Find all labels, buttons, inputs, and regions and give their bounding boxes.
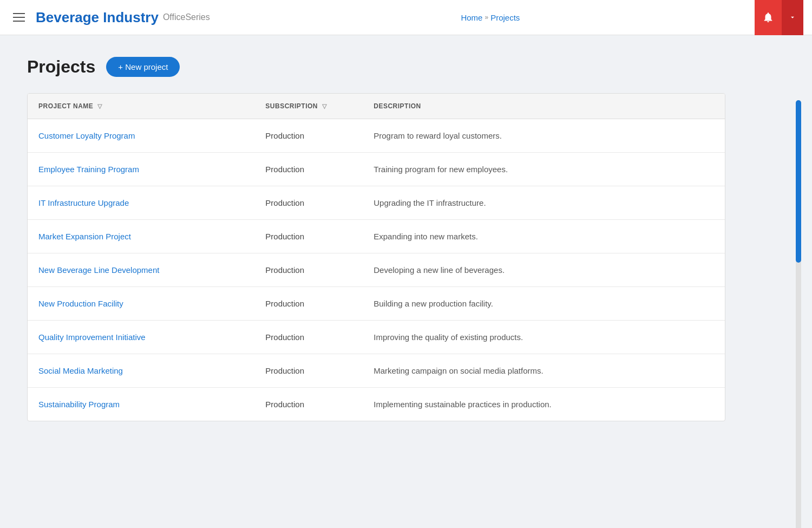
table-row: Market Expansion ProjectProductionExpand… xyxy=(28,220,725,253)
subscription-cell: Production xyxy=(254,388,363,421)
table-row: Customer Loyalty ProgramProductionProgra… xyxy=(28,119,725,153)
project-name-link[interactable]: Customer Loyalty Program xyxy=(38,131,135,140)
project-name-link[interactable]: IT Infrastructure Upgrade xyxy=(38,198,129,207)
description-cell: Upgrading the IT infrastructure. xyxy=(363,186,725,220)
new-project-button[interactable]: + New project xyxy=(106,57,180,77)
subscription-cell: Production xyxy=(254,186,363,220)
subscription-cell: Production xyxy=(254,220,363,253)
description-cell: Improving the quality of existing produc… xyxy=(363,321,725,354)
table-row: Social Media MarketingProductionMarketin… xyxy=(28,354,725,388)
project-name-link[interactable]: New Beverage Line Development xyxy=(38,265,159,275)
col-header-subscription: SUBSCRIPTION ▽ xyxy=(254,94,363,119)
subscription-cell: Production xyxy=(254,321,363,354)
description-cell: Marketing campaign on social media platf… xyxy=(363,354,725,388)
page-header: Projects + New project xyxy=(27,57,785,77)
projects-table: PROJECT NAME ▽ SUBSCRIPTION ▽ DESCRIPTIO… xyxy=(28,94,725,421)
description-cell: Developing a new line of beverages. xyxy=(363,253,725,287)
subscription-cell: Production xyxy=(254,354,363,388)
projects-table-container: PROJECT NAME ▽ SUBSCRIPTION ▽ DESCRIPTIO… xyxy=(27,93,725,421)
table-row: IT Infrastructure UpgradeProductionUpgra… xyxy=(28,186,725,220)
project-name-link[interactable]: New Production Facility xyxy=(38,299,123,308)
table-header-row: PROJECT NAME ▽ SUBSCRIPTION ▽ DESCRIPTIO… xyxy=(28,94,725,119)
project-name-link[interactable]: Employee Training Program xyxy=(38,165,139,174)
project-name-filter-icon[interactable]: ▽ xyxy=(97,103,102,110)
table-row: Sustainability ProgramProductionImplemen… xyxy=(28,388,725,421)
header-actions xyxy=(755,0,803,35)
project-name-link[interactable]: Social Media Marketing xyxy=(38,366,123,375)
table-row: Quality Improvement InitiativeProduction… xyxy=(28,321,725,354)
project-name-link[interactable]: Market Expansion Project xyxy=(38,232,131,241)
hamburger-menu-button[interactable] xyxy=(9,9,29,26)
description-cell: Expanding into new markets. xyxy=(363,220,725,253)
notifications-button[interactable] xyxy=(755,0,782,35)
subscription-cell: Production xyxy=(254,287,363,321)
col-header-project-name: PROJECT NAME ▽ xyxy=(28,94,254,119)
breadcrumb: Home » Projects xyxy=(226,13,755,22)
page-title: Projects xyxy=(27,57,95,77)
subscription-cell: Production xyxy=(254,253,363,287)
table-row: New Beverage Line DevelopmentProductionD… xyxy=(28,253,725,287)
description-cell: Program to reward loyal customers. xyxy=(363,119,725,153)
scrollbar-track[interactable] xyxy=(796,100,801,528)
description-cell: Building a new production facility. xyxy=(363,287,725,321)
bell-icon xyxy=(762,11,774,23)
breadcrumb-separator: » xyxy=(484,14,488,21)
project-name-link[interactable]: Sustainability Program xyxy=(38,400,120,409)
subscription-cell: Production xyxy=(254,119,363,153)
brand-subtitle: OfficeSeries xyxy=(163,12,210,22)
breadcrumb-home[interactable]: Home xyxy=(461,13,482,22)
breadcrumb-current[interactable]: Projects xyxy=(490,13,520,22)
header: Beverage Industry OfficeSeries Home » Pr… xyxy=(0,0,812,35)
brand-title: Beverage Industry xyxy=(36,9,159,26)
scrollbar-thumb[interactable] xyxy=(796,100,801,263)
col-header-description: DESCRIPTION xyxy=(363,94,725,119)
table-row: New Production FacilityProductionBuildin… xyxy=(28,287,725,321)
subscription-cell: Production xyxy=(254,153,363,186)
chevron-down-icon xyxy=(789,14,796,21)
table-row: Employee Training ProgramProductionTrain… xyxy=(28,153,725,186)
project-name-link[interactable]: Quality Improvement Initiative xyxy=(38,333,146,342)
description-cell: Training program for new employees. xyxy=(363,153,725,186)
subscription-filter-icon[interactable]: ▽ xyxy=(322,103,327,110)
description-cell: Implementing sustainable practices in pr… xyxy=(363,388,725,421)
main-content: Projects + New project PROJECT NAME ▽ SU… xyxy=(0,35,812,443)
header-dropdown-button[interactable] xyxy=(782,0,803,35)
